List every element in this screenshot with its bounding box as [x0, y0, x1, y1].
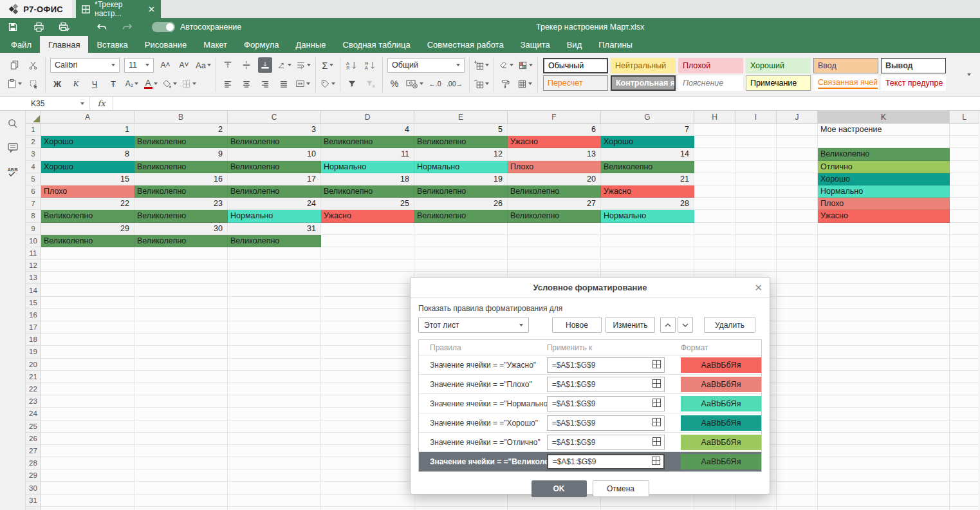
- grid-cell-B29[interactable]: [134, 469, 228, 482]
- menu-tab-5[interactable]: Макет: [195, 36, 236, 53]
- rule-row-5[interactable]: Значение ячейки = ="Отлично"=$A$1:$G$9Аа…: [419, 433, 761, 452]
- grid-cell-A6[interactable]: Плохо: [41, 185, 134, 198]
- wrap-text-button[interactable]: [296, 57, 311, 73]
- column-header-L[interactable]: L: [950, 111, 979, 124]
- borders-button[interactable]: [181, 76, 196, 91]
- copy-button[interactable]: [7, 57, 21, 73]
- grid-cell-I10[interactable]: [735, 235, 777, 247]
- grid-cell-A21[interactable]: [41, 371, 134, 383]
- grid-cell-H32[interactable]: [694, 507, 735, 510]
- grid-cell-A25[interactable]: [41, 420, 134, 433]
- grid-cell-L5[interactable]: [950, 173, 979, 185]
- row-header-16[interactable]: 16: [26, 309, 41, 321]
- grid-cell-G9[interactable]: [601, 223, 694, 235]
- grid-cell-J23[interactable]: [777, 395, 818, 408]
- grid-cell-K24[interactable]: [818, 408, 950, 420]
- grid-cell-J32[interactable]: [777, 507, 818, 510]
- grid-cell-C25[interactable]: [228, 420, 321, 433]
- grid-cell-G2[interactable]: Хорошо: [601, 136, 694, 148]
- grid-cell-C3[interactable]: 10: [228, 148, 321, 160]
- grid-cell-E7[interactable]: 26: [414, 198, 508, 210]
- grid-cell-A23[interactable]: [41, 395, 134, 408]
- grid-cell-D3[interactable]: 11: [321, 148, 414, 160]
- italic-button[interactable]: K: [69, 76, 83, 91]
- grid-cell-D15[interactable]: [321, 297, 414, 309]
- grid-cell-J12[interactable]: [777, 260, 818, 272]
- menu-tab-3[interactable]: Вставка: [88, 36, 136, 53]
- grid-cell-D1[interactable]: 4: [321, 124, 414, 136]
- grid-cell-A19[interactable]: [41, 346, 134, 358]
- grid-cell-B23[interactable]: [134, 395, 228, 408]
- menu-tab-1[interactable]: Файл: [3, 36, 40, 53]
- column-header-H[interactable]: H: [694, 111, 735, 124]
- grid-cell-K32[interactable]: [818, 507, 950, 510]
- grid-cell-H12[interactable]: [694, 260, 735, 272]
- move-rule-down-button[interactable]: [678, 317, 693, 333]
- grid-cell-A28[interactable]: [41, 457, 134, 469]
- grid-cell-J15[interactable]: [777, 297, 818, 309]
- grid-cell-L30[interactable]: [950, 482, 979, 494]
- grid-cell-H9[interactable]: [694, 223, 735, 235]
- range-picker-icon[interactable]: [652, 379, 661, 390]
- grid-cell-D8[interactable]: Ужасно: [321, 210, 414, 222]
- grid-cell-D14[interactable]: [321, 284, 414, 296]
- grid-cell-L32[interactable]: [950, 507, 979, 510]
- grid-cell-L25[interactable]: [950, 420, 979, 433]
- grid-cell-K5[interactable]: Хорошо: [818, 173, 950, 185]
- font-size-select[interactable]: 11: [124, 58, 154, 73]
- grid-cell-L11[interactable]: [950, 247, 979, 260]
- grid-cell-K23[interactable]: [818, 395, 950, 408]
- filter-button[interactable]: [345, 76, 359, 91]
- grid-cell-I1[interactable]: [735, 124, 777, 136]
- grid-cell-K10[interactable]: [818, 235, 950, 247]
- grid-cell-E6[interactable]: Великолепно: [414, 185, 508, 198]
- grid-cell-C14[interactable]: [228, 284, 321, 296]
- grid-cell-I6[interactable]: [735, 185, 777, 198]
- grid-cell-G8[interactable]: Нормально: [601, 210, 694, 222]
- dialog-title-bar[interactable]: Условное форматирование ✕: [411, 278, 770, 298]
- grid-cell-G5[interactable]: 21: [601, 173, 694, 185]
- grid-cell-G32[interactable]: [601, 507, 694, 510]
- column-header-K[interactable]: K: [818, 111, 950, 124]
- row-header-28[interactable]: 28: [26, 457, 41, 469]
- ok-button[interactable]: OK: [532, 480, 587, 497]
- spellcheck-icon[interactable]: АБВ: [6, 165, 20, 179]
- increase-font-button[interactable]: A˄: [158, 57, 172, 73]
- grid-cell-G12[interactable]: [601, 260, 694, 272]
- row-header-8[interactable]: 8: [26, 210, 41, 222]
- grid-cell-B1[interactable]: 2: [134, 124, 228, 136]
- insert-function-button[interactable]: fx: [90, 97, 113, 110]
- grid-cell-H11[interactable]: [694, 247, 735, 260]
- grid-cell-D21[interactable]: [321, 371, 414, 383]
- grid-cell-L17[interactable]: [950, 321, 979, 334]
- grid-cell-D7[interactable]: 25: [321, 198, 414, 210]
- grid-cell-J21[interactable]: [777, 371, 818, 383]
- grid-cell-B27[interactable]: [134, 445, 228, 457]
- grid-cell-D2[interactable]: Великолепно: [321, 136, 414, 148]
- grid-cell-G3[interactable]: 14: [601, 148, 694, 160]
- grid-cell-D4[interactable]: Нормально: [321, 161, 414, 173]
- merge-cells-button[interactable]: [295, 76, 310, 91]
- redo-button[interactable]: [115, 18, 140, 36]
- grid-cell-L26[interactable]: [950, 433, 979, 445]
- row-header-25[interactable]: 25: [26, 420, 41, 433]
- grid-cell-E2[interactable]: Великолепно: [414, 136, 508, 148]
- rule-row-1[interactable]: Значение ячейки = ="Ужасно"=$A$1:$G$9АаВ…: [419, 355, 761, 375]
- grid-cell-J25[interactable]: [777, 420, 818, 433]
- app-logo[interactable]: Р7-ОФИС: [0, 0, 72, 18]
- cell-style-1[interactable]: Обычный: [543, 58, 608, 73]
- grid-cell-A27[interactable]: [41, 445, 134, 457]
- grid-cell-B25[interactable]: [134, 420, 228, 433]
- grid-cell-J11[interactable]: [777, 247, 818, 260]
- cut-button[interactable]: [26, 57, 40, 73]
- cell-style-6[interactable]: Вывод: [881, 58, 946, 73]
- align-center-button[interactable]: [239, 76, 254, 91]
- grid-cell-K16[interactable]: [818, 309, 950, 321]
- grid-cell-J7[interactable]: [777, 198, 818, 210]
- grid-cell-A1[interactable]: 1: [41, 124, 134, 136]
- grid-cell-E10[interactable]: [414, 235, 508, 247]
- grid-cell-B18[interactable]: [134, 334, 228, 346]
- grid-cell-I9[interactable]: [735, 223, 777, 235]
- grid-cell-G10[interactable]: [601, 235, 694, 247]
- row-header-7[interactable]: 7: [26, 198, 41, 210]
